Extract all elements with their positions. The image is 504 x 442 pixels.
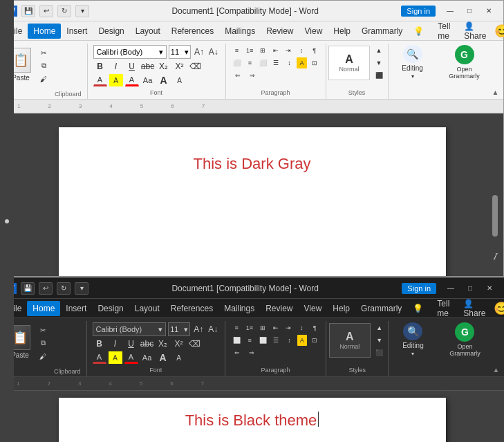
styles-more-top[interactable]: ⬛	[373, 70, 385, 81]
bullets-top[interactable]: ≡	[232, 45, 243, 56]
align-center-bottom[interactable]: ≡	[244, 335, 255, 346]
decrease-font-top[interactable]: A↓	[207, 46, 220, 58]
show-para-top[interactable]: ¶	[309, 45, 320, 56]
cut-button-bottom[interactable]: ✂	[36, 324, 50, 336]
align-right-bottom[interactable]: ⬜	[257, 335, 268, 346]
styles-more-bottom[interactable]: ⬛	[373, 347, 386, 358]
menu-grammarly-bottom[interactable]: Grammarly	[355, 301, 407, 316]
align-center-top[interactable]: ≡	[245, 57, 256, 68]
save-button-top[interactable]: 💾	[21, 5, 35, 17]
justify-bottom[interactable]: ☰	[270, 335, 281, 346]
menu-mailings-bottom[interactable]: Mailings	[218, 301, 260, 316]
menu-review-bottom[interactable]: Review	[260, 301, 298, 316]
font-family-dropdown-top[interactable]: Calibri (Body)▾	[93, 45, 167, 59]
highlight-bottom[interactable]: A	[109, 351, 122, 364]
menu-help-top[interactable]: Help	[328, 24, 356, 39]
borders-top[interactable]: ⊡	[309, 57, 320, 68]
rtl-top[interactable]: ⇐	[232, 70, 244, 81]
menu-references-top[interactable]: References	[166, 24, 219, 39]
show-para-bottom[interactable]: ¶	[309, 322, 320, 333]
subscript-top[interactable]: X₂	[157, 60, 171, 73]
redo-button-top[interactable]: ↻	[57, 5, 71, 17]
strikethrough-top[interactable]: abc	[141, 60, 155, 73]
subscript-bottom[interactable]: X₂	[156, 338, 170, 350]
font-color-a-bottom[interactable]: A	[93, 351, 106, 364]
justify-top[interactable]: ☰	[270, 57, 281, 68]
undo-button-bottom[interactable]: ↩	[39, 282, 53, 295]
menu-layout-top[interactable]: Layout	[130, 24, 166, 39]
clear-format-top[interactable]: ⌫	[189, 60, 203, 73]
ltr-top[interactable]: ⇒	[246, 70, 259, 81]
menu-references-bottom[interactable]: References	[165, 301, 218, 316]
align-right-top[interactable]: ⬜	[257, 57, 268, 68]
sign-in-button-bottom[interactable]: Sign in	[402, 283, 436, 294]
clear-format-bottom[interactable]: ⌫	[188, 338, 202, 350]
menu-design-bottom[interactable]: Design	[92, 301, 129, 316]
font-color-top[interactable]: A	[125, 74, 139, 86]
increase-font-top[interactable]: A↑	[193, 46, 205, 58]
editing-button-top[interactable]: 🔍 Editing ▾	[393, 45, 431, 80]
menu-insert-top[interactable]: Insert	[61, 24, 93, 39]
customize-button-bottom[interactable]: ▾	[75, 282, 88, 295]
numbering-bottom[interactable]: 1≡	[244, 322, 255, 333]
tell-me-bottom[interactable]: Tell me	[431, 296, 455, 321]
close-button-bottom[interactable]: ✕	[480, 282, 498, 295]
increase-indent-top[interactable]: ⇥	[283, 45, 294, 56]
font-size-dropdown-bottom[interactable]: 11▾	[168, 322, 190, 336]
scrollbar-top[interactable]	[492, 195, 498, 237]
redo-button-bottom[interactable]: ↻	[57, 282, 71, 295]
italic-button-bottom[interactable]: I	[109, 338, 122, 350]
styles-up-bottom[interactable]: ▲	[373, 322, 386, 333]
font-big-top[interactable]: A	[157, 74, 171, 86]
share-top[interactable]: 👤 Share	[458, 19, 492, 44]
bullets-bottom[interactable]: ≡	[231, 322, 242, 333]
menu-view-bottom[interactable]: View	[299, 301, 328, 316]
multilevel-bottom[interactable]: ⊞	[257, 322, 268, 333]
underline-button-bottom[interactable]: U	[124, 338, 138, 350]
decrease-font-bottom[interactable]: A↓	[207, 323, 219, 335]
grammarly-button-bottom[interactable]: G OpenGrammarly	[444, 322, 485, 357]
ribbon-collapse-top[interactable]: ▲	[492, 44, 501, 99]
decrease-indent-top[interactable]: ⇤	[270, 45, 281, 56]
rtl-bottom[interactable]: ⇐	[231, 347, 243, 358]
styles-button-bottom[interactable]: A Normal	[329, 323, 371, 358]
bold-button-bottom[interactable]: B	[93, 338, 106, 350]
font-size-aa-top[interactable]: Aa	[141, 74, 155, 86]
font-size-aa-bottom[interactable]: Aa	[140, 351, 154, 364]
font-small-top[interactable]: A	[173, 74, 187, 86]
menu-home-bottom[interactable]: Home	[27, 301, 60, 316]
undo-button-top[interactable]: ↩	[39, 5, 53, 17]
line-spacing-top[interactable]: ↕	[283, 57, 295, 68]
shading-top[interactable]: A	[297, 57, 306, 68]
underline-button-top[interactable]: U	[125, 60, 139, 73]
italic-button-top[interactable]: I	[109, 60, 123, 73]
maximize-button-bottom[interactable]: □	[461, 282, 479, 295]
menu-mailings-top[interactable]: Mailings	[219, 24, 261, 39]
menu-design-top[interactable]: Design	[93, 24, 129, 39]
decrease-indent-bottom[interactable]: ⇤	[270, 322, 281, 333]
minimize-button-bottom[interactable]: —	[442, 282, 460, 295]
menu-home-top[interactable]: Home	[28, 24, 61, 39]
ltr-bottom[interactable]: ⇒	[245, 347, 258, 358]
font-color-a-top[interactable]: A	[93, 74, 107, 86]
font-small-bottom[interactable]: A	[172, 351, 186, 364]
bold-button-top[interactable]: B	[93, 60, 107, 73]
numbering-top[interactable]: 1≡	[244, 45, 255, 56]
superscript-bottom[interactable]: X²	[172, 338, 186, 350]
format-painter-top[interactable]: 🖌	[37, 73, 50, 85]
font-family-dropdown-bottom[interactable]: Calibri (Body)▾	[93, 322, 167, 336]
doc-page-bottom[interactable]: This is Black theme	[59, 398, 446, 442]
menu-review-top[interactable]: Review	[261, 24, 299, 39]
line-spacing-bottom[interactable]: ↕	[283, 335, 295, 346]
font-size-dropdown-top[interactable]: 11▾	[169, 45, 191, 59]
close-button-top[interactable]: ✕	[480, 5, 498, 17]
increase-font-bottom[interactable]: A↑	[192, 323, 205, 335]
highlight-top[interactable]: A	[109, 74, 123, 86]
borders-bottom[interactable]: ⊡	[309, 335, 320, 346]
styles-button-top[interactable]: A Normal	[328, 46, 370, 80]
menu-help-bottom[interactable]: Help	[327, 301, 355, 316]
tell-me-top[interactable]: Tell me	[432, 19, 456, 44]
editing-button-bottom[interactable]: 🔍 Editing ▾	[394, 322, 432, 357]
strikethrough-bottom[interactable]: abc	[140, 338, 154, 350]
menu-insert-bottom[interactable]: Insert	[60, 301, 92, 316]
